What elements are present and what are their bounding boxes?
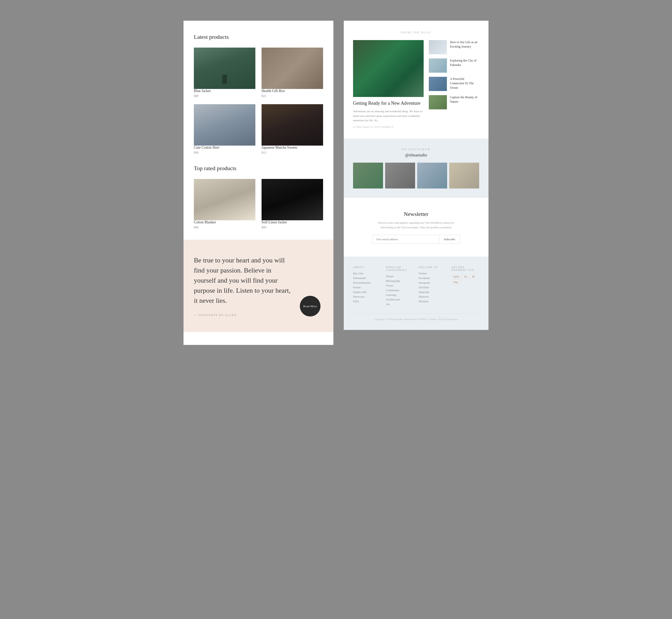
payment-mc: MC xyxy=(470,275,477,279)
footer-cat-learning[interactable]: Learning xyxy=(386,293,414,296)
product-name-matcha: Japanese Matcha Sweets xyxy=(262,146,323,150)
sidebar-post-1[interactable]: How to See Life as an Exciting Journey xyxy=(429,40,479,54)
footer-follow-instagram[interactable]: Instagram xyxy=(419,281,446,284)
product-price-blue-jacket: $89 xyxy=(194,94,255,98)
footer-follow-facebook[interactable]: Facebook xyxy=(419,276,446,279)
newsletter-title: Newsletter xyxy=(353,211,479,217)
product-price-matcha: $12 xyxy=(262,151,323,155)
product-cotton-shirt[interactable]: Cute Cotton Shirt $69 xyxy=(194,104,255,155)
footer-follow-pinterest[interactable]: Pinterest xyxy=(419,295,446,298)
featured-post-meta: by Ellen August 13, 2016 Comments 4 xyxy=(353,125,424,128)
on-instagram-label: On Instagram xyxy=(353,148,479,151)
product-blanket[interactable]: Cotton Blanket $90 xyxy=(194,179,255,229)
footer-grid: About Buy Uku Elmastudio Documentation F… xyxy=(353,266,479,307)
footer-link-forum[interactable]: Forum xyxy=(353,286,381,289)
sidebar-post-title-2: Exploring the City of Fukuoka xyxy=(450,58,479,67)
sidebar-post-4[interactable]: Capture the Beauty of Nature xyxy=(429,95,479,110)
product-matcha[interactable]: Japanese Matcha Sweets $12 xyxy=(262,104,323,155)
blog-section: From the Blog Getting Ready for a New Ad… xyxy=(344,21,489,139)
footer-link-update-info[interactable]: Update Info xyxy=(353,290,381,293)
instagram-grid xyxy=(353,163,479,189)
sidebar-post-2[interactable]: Exploring the City of Fukuoka xyxy=(429,58,479,73)
featured-post-title: Getting Ready for a New Adventure xyxy=(353,100,424,107)
read-more-button[interactable]: Read More xyxy=(300,296,320,317)
newsletter-description: Receive news and updates regarding our U… xyxy=(375,220,457,229)
footer-payment-title: Secure Payment Via xyxy=(452,266,479,272)
footer-cat-travel[interactable]: Travel xyxy=(386,284,414,287)
blog-main-grid: Getting Ready for a New Adventure Advent… xyxy=(353,40,479,128)
sidebar-thumb-3 xyxy=(429,77,447,91)
footer-cat-art[interactable]: Art xyxy=(386,302,414,305)
newsletter-subscribe-button[interactable]: Subscribe xyxy=(439,235,460,244)
footer-link-faq[interactable]: FAQ xyxy=(353,300,381,303)
payment-stripe: Stripe xyxy=(452,280,460,284)
product-name-health-gift: Health Gift Box xyxy=(262,89,323,93)
featured-post-content: Getting Ready for a New Adventure Advent… xyxy=(353,97,424,128)
footer-follow-twitter[interactable]: Twitter xyxy=(419,272,446,275)
footer-link-documentation[interactable]: Documentation xyxy=(353,281,381,284)
product-image-matcha xyxy=(262,104,323,146)
featured-post-image xyxy=(353,40,424,97)
footer-cat-nature[interactable]: Nature xyxy=(386,275,414,278)
sidebar-thumb-1 xyxy=(429,40,447,54)
instagram-section: On Instagram @elmastudio xyxy=(344,139,489,198)
product-price-health-gift: $22 xyxy=(262,94,323,98)
product-image-health-gift xyxy=(262,48,323,89)
footer-about-col: About Buy Uku Elmastudio Documentation F… xyxy=(353,266,381,307)
product-price-blanket: $90 xyxy=(194,225,255,229)
top-rated-title: Top rated products xyxy=(194,165,323,172)
product-blue-jacket[interactable]: Blue Jacket $89 xyxy=(194,48,255,98)
footer-section: About Buy Uku Elmastudio Documentation F… xyxy=(344,257,489,330)
footer-cat-photography[interactable]: Photography xyxy=(386,279,414,282)
newsletter-form: Subscribe xyxy=(372,235,460,244)
footer-link-showcase[interactable]: Showcase xyxy=(353,295,381,298)
footer-follow-snapchat[interactable]: Snapchat xyxy=(419,290,446,293)
instagram-thumb-2[interactable] xyxy=(385,163,415,189)
instagram-thumb-3[interactable] xyxy=(417,163,447,189)
product-image-cotton-shirt xyxy=(194,104,255,146)
footer-copyright: Copyright © 2016 Koepaka. Powered by Wor… xyxy=(353,314,479,321)
featured-post-excerpt: Adventures are an amazing and wonderful … xyxy=(353,109,424,123)
blog-sidebar-items: How to See Life as an Exciting Journey E… xyxy=(429,40,479,128)
sidebar-thumb-4 xyxy=(429,95,447,110)
newsletter-email-input[interactable] xyxy=(372,235,439,244)
instagram-thumb-4[interactable] xyxy=(449,163,479,189)
top-rated-grid: Cotton Blanket $90 Soft Linen Jacket $89 xyxy=(194,179,323,229)
quote-section: Be true to your heart and you will find … xyxy=(183,240,333,332)
product-health-gift[interactable]: Health Gift Box $22 xyxy=(262,48,323,98)
instagram-handle[interactable]: @elmastudio xyxy=(353,153,479,157)
footer-cat-architecture[interactable]: Architecture xyxy=(386,298,414,301)
payment-visa: Visa xyxy=(462,275,469,279)
footer-follow-col: Follow Us Twitter Facebook Instagram You… xyxy=(419,266,446,307)
left-panel: Latest products Blue Jacket $89 Health G… xyxy=(183,21,333,345)
featured-post[interactable]: Getting Ready for a New Adventure Advent… xyxy=(353,40,424,128)
latest-products-grid: Blue Jacket $89 Health Gift Box $22 Cute… xyxy=(194,48,323,155)
footer-follow-medium[interactable]: Medium xyxy=(419,300,446,303)
product-price-linen: $89 xyxy=(262,225,323,229)
product-image-blue-jacket xyxy=(194,48,255,89)
product-name-blanket: Cotton Blanket xyxy=(194,220,255,224)
footer-link-elmastudio[interactable]: Elmastudio xyxy=(353,276,381,279)
from-blog-label: From the Blog xyxy=(353,31,479,34)
instagram-thumb-1[interactable] xyxy=(353,163,383,189)
payment-paypal: PayPal xyxy=(452,275,461,279)
footer-follow-title: Follow Us xyxy=(419,266,446,269)
sidebar-post-title-4: Capture the Beauty of Nature xyxy=(450,95,479,104)
payment-icons: PayPal Visa MC Stripe xyxy=(452,275,479,284)
sidebar-post-title-3: A Powerful Connection To The Ocean xyxy=(450,77,479,90)
right-panel: From the Blog Getting Ready for a New Ad… xyxy=(344,21,489,330)
footer-categories-title: Popular Categories xyxy=(386,266,414,272)
quote-text: Be true to your heart and you will find … xyxy=(194,255,292,305)
product-name-blue-jacket: Blue Jacket xyxy=(194,89,255,93)
product-image-linen xyxy=(262,179,323,220)
product-linen[interactable]: Soft Linen Jacket $89 xyxy=(262,179,323,229)
product-name-cotton-shirt: Cute Cotton Shirt xyxy=(194,146,255,150)
footer-categories-col: Popular Categories Nature Photography Tr… xyxy=(386,266,414,307)
footer-about-title: About xyxy=(353,266,381,269)
footer-payment-col: Secure Payment Via PayPal Visa MC Stripe xyxy=(452,266,479,307)
footer-follow-youtube[interactable]: YouTube xyxy=(419,286,446,289)
footer-link-buy-uku[interactable]: Buy Uku xyxy=(353,272,381,275)
product-image-blanket xyxy=(194,179,255,220)
footer-cat-community[interactable]: Community xyxy=(386,288,414,292)
sidebar-post-3[interactable]: A Powerful Connection To The Ocean xyxy=(429,77,479,91)
